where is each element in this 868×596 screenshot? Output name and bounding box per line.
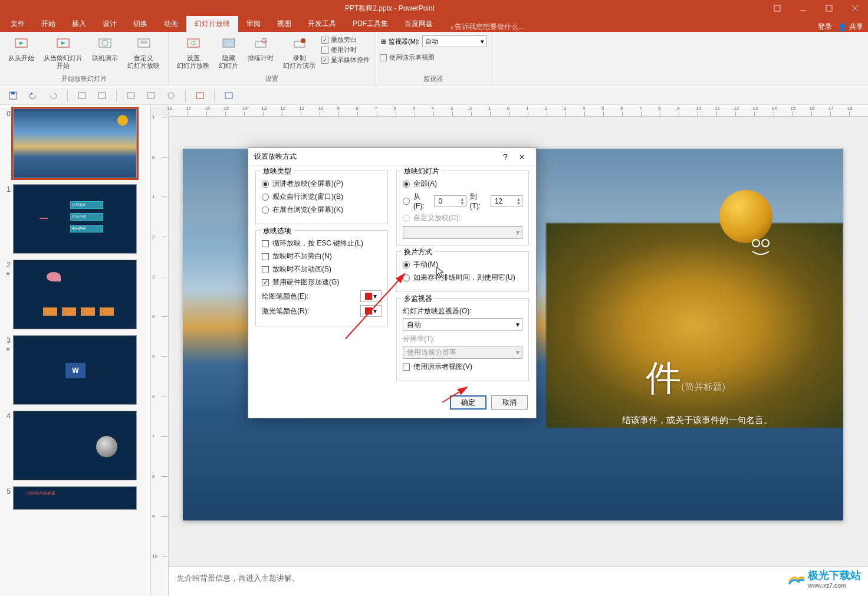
chk-no-animation[interactable]: 放映时不加动画(S) [262,264,382,274]
legend-show-options: 放映选项 [261,226,294,236]
thumb-4[interactable]: 4 [2,411,148,480]
qa-7[interactable] [221,89,237,103]
svg-point-32 [762,240,769,247]
svg-point-10 [102,40,108,46]
qa-1[interactable] [74,89,90,103]
radio-use-timings[interactable]: 如果存在排练时间，则使用它(U) [403,273,522,283]
svg-point-18 [262,38,267,43]
close-icon[interactable] [842,0,868,17]
legend-advance: 换片方式 [402,247,435,257]
thumbnail-panel[interactable]: 0 1 公司简介 产品介绍 零例内容 2★ 3 [0,105,151,596]
present-online-button[interactable]: 联机演示 [88,33,121,63]
hide-slide-button[interactable]: 隐藏 幻灯片 [215,33,242,71]
resolution-select: 使用当前分辨率▾ [403,346,522,359]
radio-presenter[interactable]: 演讲者放映(全屏幕)(P) [262,179,382,189]
tab-insert[interactable]: 插入 [64,16,94,32]
chk-presenter-view-dlg[interactable]: 使用演示者视图(V) [403,362,522,372]
radio-all-slides[interactable]: 全部(A) [403,179,522,189]
rehearse-icon [251,34,270,53]
monitor-select[interactable]: 自动▾ [422,35,487,47]
svg-point-15 [192,41,195,45]
qa-2[interactable] [94,89,110,103]
tab-design[interactable]: 设计 [94,16,125,32]
from-spin[interactable]: 0▲▼ [434,195,466,207]
to-spin[interactable]: 12▲▼ [491,195,522,207]
tab-review[interactable]: 审阅 [238,16,269,32]
ok-button[interactable]: 确定 [450,395,486,410]
present-online-icon [96,34,114,53]
thumb-3[interactable]: 3★ W [2,335,148,405]
notes-pane[interactable]: 先介绍背景信息，再进入主题讲解。 [169,566,868,596]
leaf-image [719,190,772,243]
qa-5[interactable] [163,89,179,103]
record-button[interactable]: 录制 幻灯片演示 [280,33,319,71]
save-button[interactable] [5,89,21,103]
tab-home[interactable]: 开始 [33,16,64,32]
ribbon-options-icon[interactable] [764,0,790,17]
tab-view[interactable]: 视图 [269,16,300,32]
setup-show-button[interactable]: 设置 幻灯片放映 [173,33,213,71]
tab-transitions[interactable]: 切换 [125,16,156,32]
slide-title[interactable]: 件(简并标题) [646,355,725,402]
thumb-5[interactable]: 5 此处照片的标题 [2,486,148,510]
tab-animations[interactable]: 动画 [156,16,186,32]
custom-show-icon [134,34,153,53]
play-from-current-icon [54,34,73,53]
chk-narration[interactable]: 播放旁白 [321,35,370,44]
chk-disable-hw[interactable]: 禁用硬件图形加速(G) [262,277,382,287]
pen-color-label: 绘图笔颜色(E): [262,292,357,302]
chk-presenter-view[interactable]: 使用演示者视图 [380,53,435,62]
dialog-close-button[interactable]: × [514,152,530,162]
undo-button[interactable] [25,89,41,103]
dialog-help-button[interactable]: ? [497,152,514,162]
from-beginning-button[interactable]: 从头开始 [5,33,38,63]
chevron-down-icon: ▾ [516,320,520,329]
show-monitor-label: 幻灯片放映监视器(O): [403,306,522,316]
slide-subtitle[interactable]: 结该事件，或关于该事件的一句名言。 [622,415,772,426]
radio-kiosk[interactable]: 在展台浏览(全屏幕)(K) [262,205,382,215]
tab-pdf[interactable]: PDF工具集 [344,16,396,32]
custom-show-button[interactable]: 自定义 幻灯片放映 [124,33,163,71]
thumb-0[interactable]: 0 [2,109,148,178]
share-button[interactable]: 👤共享 [838,22,863,32]
svg-rect-27 [147,93,154,99]
tab-baidu[interactable]: 百度网盘 [396,16,441,32]
redo-button[interactable] [45,89,61,103]
tab-slideshow[interactable]: 幻灯片放映 [186,16,238,32]
qa-4[interactable] [143,89,159,103]
radio-from-to[interactable] [403,198,410,205]
tab-devtools[interactable]: 开发工具 [300,16,344,32]
tab-file[interactable]: 文件 [2,16,33,32]
document-title: PPT教程2.pptx - PowerPoint [15,4,764,14]
chk-loop[interactable]: 循环放映，按 ESC 键终止(L) [262,238,382,248]
svg-rect-17 [255,41,266,47]
setup-show-dialog: 设置放映方式 ? × 放映类型 演讲者放映(全屏幕)(P) 观众自行浏览(窗口)… [248,148,537,418]
rehearse-button[interactable]: 排练计时 [244,33,277,63]
svg-rect-25 [98,93,106,99]
tellme-input[interactable]: 告诉我您想要做什么... [455,22,524,32]
thumb-1[interactable]: 1 公司简介 产品介绍 零例内容 [2,184,148,254]
qa-6[interactable] [192,89,208,103]
svg-rect-30 [225,93,232,99]
radio-custom-show: 自定义放映(C): [403,213,522,223]
laser-color-button[interactable]: ▾ [360,305,382,317]
svg-point-31 [752,240,760,247]
from-current-button[interactable]: 从当前幻灯片 开始 [40,33,86,71]
radio-manual[interactable]: 手动(M) [403,260,522,270]
signin-link[interactable]: 登录 [818,22,832,32]
cancel-button[interactable]: 取消 [491,395,528,410]
show-monitor-select[interactable]: 自动▾ [403,318,522,331]
laser-color-label: 激光笔颜色(R): [262,306,357,316]
titlebar: PPT教程2.pptx - PowerPoint [0,0,868,17]
maximize-icon[interactable] [816,0,842,17]
minimize-icon[interactable] [790,0,816,17]
qa-3[interactable] [123,89,139,103]
pen-color-button[interactable]: ▾ [360,290,382,302]
chevron-down-icon: ▾ [373,307,377,315]
radio-browsed-individual[interactable]: 观众自行浏览(窗口)(B) [262,192,382,202]
svg-rect-0 [774,5,780,11]
chk-media[interactable]: 显示媒体控件 [321,55,370,64]
chk-no-narration[interactable]: 放映时不加旁白(N) [262,251,382,261]
chk-timings[interactable]: 使用计时 [321,45,370,54]
thumb-2[interactable]: 2★ [2,260,148,329]
